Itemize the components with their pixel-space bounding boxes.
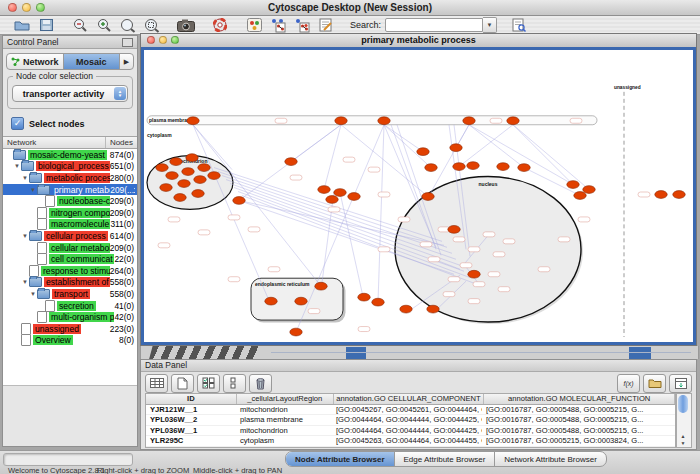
graph-node[interactable]: [518, 164, 530, 172]
table-column-header[interactable]: _cellularLayoutRegion: [237, 394, 334, 404]
expand-arrow-icon[interactable]: ▼: [29, 291, 37, 297]
tab-network[interactable]: Network: [7, 54, 64, 69]
graph-node[interactable]: [334, 189, 346, 197]
graph-node[interactable]: [295, 297, 307, 305]
tree-row[interactable]: macromolecule311(0): [3, 219, 137, 231]
graph-node[interactable]: [673, 191, 685, 199]
tree-row[interactable]: ▼establishment of lo558(0): [3, 277, 137, 289]
graph-node[interactable]: [463, 117, 475, 125]
tree-row[interactable]: ▼cellular process614(0): [3, 230, 137, 242]
map-ontology-icon[interactable]: [669, 374, 692, 393]
graph-node[interactable]: [372, 298, 384, 306]
attribute-browser-tab[interactable]: Network Attribute Browser: [495, 452, 605, 466]
help-icon[interactable]: [208, 17, 232, 33]
graph-node[interactable]: [467, 162, 479, 170]
tree-row[interactable]: Overview8(0): [3, 335, 137, 347]
graph-node[interactable]: [422, 193, 434, 201]
graph-node[interactable]: [192, 190, 204, 198]
table-cell[interactable]: mitochondrion: [236, 405, 332, 414]
tree-row[interactable]: multi-organism pro42(0): [3, 311, 137, 323]
destroy-network-icon[interactable]: [290, 17, 314, 33]
layout-network-icon[interactable]: [266, 17, 290, 33]
graph-node[interactable]: [448, 225, 460, 233]
network-canvas[interactable]: plasma membranecytoplasmunassignedmitoch…: [144, 50, 693, 342]
graph-node[interactable]: [285, 158, 297, 166]
table-cell[interactable]: plasma membrane: [236, 415, 332, 424]
graph-node[interactable]: [567, 181, 579, 189]
function-builder-icon[interactable]: f(x): [617, 374, 640, 393]
attribute-browser-tab[interactable]: Node Attribute Browser: [286, 452, 395, 466]
graph-node[interactable]: [208, 172, 220, 180]
graph-node[interactable]: [174, 194, 186, 202]
search-input[interactable]: [385, 18, 483, 32]
table-column-header[interactable]: annotation.GO CELLULAR_COMPONENT: [334, 394, 485, 404]
scrollbar-thumb[interactable]: [678, 395, 688, 413]
tree-row[interactable]: ▼metabolic process280(0): [3, 172, 137, 184]
table-cell[interactable]: cytoplasm: [236, 436, 332, 445]
expand-arrow-icon[interactable]: ▼: [29, 187, 37, 193]
import-attributes-icon[interactable]: [643, 374, 666, 393]
tree-row[interactable]: cellular metabol209(0): [3, 242, 137, 254]
table-row[interactable]: YPL036W__1mitochondrion[GO:0044464, GO:0…: [146, 426, 675, 436]
graph-node[interactable]: [468, 270, 480, 278]
graph-node[interactable]: [326, 196, 338, 204]
table-cell[interactable]: [GO:0016787, GO:0005488, GO:0005215, G..…: [482, 405, 672, 414]
search-dropdown-arrow-icon[interactable]: ▼: [483, 17, 497, 33]
table-row[interactable]: YKR052Ccytoplasm[GO:0044464, GO:0044446,…: [146, 447, 675, 448]
graph-node[interactable]: [574, 192, 586, 200]
table-column-header[interactable]: ID: [146, 394, 237, 404]
snapshot-icon[interactable]: [174, 17, 198, 33]
zoom-out-icon[interactable]: [68, 17, 92, 33]
node-color-dropdown[interactable]: transporter activity ▲▼: [12, 85, 128, 102]
graph-node[interactable]: [427, 305, 439, 313]
table-cell[interactable]: [GO:0044464, GO:0044444, GO:0044425, G..…: [332, 415, 482, 424]
tree-row[interactable]: ▼transport558(0): [3, 288, 137, 300]
open-icon[interactable]: [10, 17, 34, 33]
graph-node[interactable]: [335, 117, 347, 125]
table-cell[interactable]: [GO:0044464, GO:0044444, GO:0044425, G..…: [332, 426, 482, 435]
tree-row[interactable]: unassigned223(0): [3, 323, 137, 335]
zoom-in-icon[interactable]: [92, 17, 116, 33]
expand-arrow-icon[interactable]: ▼: [21, 233, 29, 239]
zoom-selected-icon[interactable]: [116, 17, 140, 33]
expand-arrow-icon[interactable]: ▼: [21, 279, 29, 285]
graph-node[interactable]: [417, 148, 429, 156]
scrollbar-arrows-icon[interactable]: ▲▼: [677, 433, 689, 447]
tree-row[interactable]: ▼primary metabolic proc209(...: [3, 184, 137, 196]
table-cell[interactable]: [GO:0005488, GO:0005215, GO:0003674]: [482, 447, 672, 448]
graph-node[interactable]: [265, 297, 277, 305]
zoom-fit-icon[interactable]: [140, 17, 164, 33]
graph-node[interactable]: [348, 193, 360, 201]
graph-node[interactable]: [178, 180, 190, 188]
table-scrollbar[interactable]: ▲▼: [676, 393, 692, 448]
graph-node[interactable]: [194, 176, 206, 184]
expand-arrow-icon[interactable]: ▼: [21, 175, 29, 181]
graph-node[interactable]: [170, 158, 182, 166]
graph-node[interactable]: [378, 117, 390, 125]
graph-node[interactable]: [315, 282, 327, 290]
tree-row[interactable]: nucleobase-c209(0): [3, 195, 137, 207]
table-cell[interactable]: [GO:0016787, GO:0005215, GO:0003824, G..…: [482, 436, 672, 445]
graph-node[interactable]: [400, 305, 412, 313]
table-row[interactable]: YJR121W__1mitochondrion[GO:0045267, GO:0…: [146, 405, 675, 415]
graph-node[interactable]: [358, 293, 370, 301]
table-row[interactable]: YLR295Ccytoplasm[GO:0045263, GO:0044464,…: [146, 436, 675, 446]
graph-node[interactable]: [507, 117, 519, 125]
table-cell[interactable]: [GO:0044464, GO:0044446, GO:0044444, G..…: [332, 447, 482, 448]
graph-node[interactable]: [453, 163, 465, 171]
graph-node[interactable]: [583, 186, 595, 194]
graph-node[interactable]: [186, 154, 198, 162]
graph-node[interactable]: [450, 144, 462, 152]
create-attribute-icon[interactable]: [171, 374, 194, 393]
graph-node[interactable]: [160, 184, 172, 192]
tree-row[interactable]: nitrogen compo209(0): [3, 207, 137, 219]
select-nodes-checkbox[interactable]: ✓: [11, 117, 24, 130]
table-cell[interactable]: cytoplasm: [236, 447, 332, 448]
expand-arrow-icon[interactable]: ▼: [13, 163, 21, 169]
tab-overflow-arrow-icon[interactable]: ▶: [120, 54, 133, 69]
table-cell[interactable]: YLR295C: [146, 436, 236, 445]
table-cell[interactable]: [GO:0045263, GO:0044464, GO:0044455, G..…: [332, 436, 482, 445]
table-cell[interactable]: [GO:0016787, GO:0005488, GO:0005215, G..…: [482, 415, 672, 424]
graph-node[interactable]: [290, 328, 302, 336]
table-cell[interactable]: [GO:0045267, GO:0045261, GO:0044464, G..…: [332, 405, 482, 414]
